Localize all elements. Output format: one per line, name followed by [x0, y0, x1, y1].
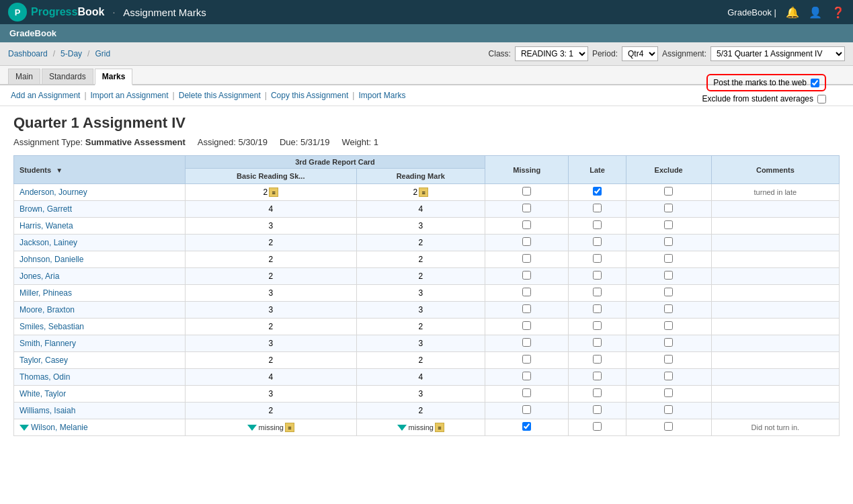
- student-name-link[interactable]: Jackson, Lainey: [19, 238, 77, 247]
- add-assignment-link[interactable]: Add an Assignment: [11, 91, 80, 100]
- exclude-checkbox[interactable]: [664, 388, 673, 397]
- late-checkbox-cell: [569, 352, 626, 369]
- comment-cell: [711, 352, 839, 369]
- missing-checkbox[interactable]: [522, 338, 531, 347]
- student-name-link[interactable]: Smith, Flannery: [19, 339, 76, 348]
- exclude-checkbox[interactable]: [664, 254, 673, 263]
- student-name-link[interactable]: Williams, Isaiah: [19, 406, 75, 415]
- exclude-checkbox[interactable]: [664, 187, 673, 196]
- missing-checkbox[interactable]: [522, 355, 531, 364]
- late-checkbox[interactable]: [593, 388, 602, 397]
- exclude-checkbox[interactable]: [664, 271, 673, 280]
- student-name-link[interactable]: Anderson, Journey: [19, 187, 87, 197]
- top-nav-right: GradeBook | 🔔 👤 ❓: [727, 6, 845, 19]
- missing-checkbox[interactable]: [522, 187, 531, 196]
- exclude-checkbox[interactable]: [817, 95, 826, 103]
- score-note-icon[interactable]: ≡: [435, 423, 444, 432]
- student-name-link[interactable]: Harris, Waneta: [19, 221, 73, 230]
- exclude-checkbox[interactable]: [664, 321, 673, 330]
- late-checkbox[interactable]: [593, 237, 602, 246]
- action-sep2: |: [173, 91, 175, 100]
- class-select[interactable]: READING 3: 1: [515, 46, 588, 61]
- student-name-link[interactable]: Jones, Aria: [19, 271, 59, 281]
- score-note-icon[interactable]: ≡: [269, 187, 278, 197]
- late-checkbox[interactable]: [593, 405, 602, 414]
- missing-checkbox[interactable]: [522, 321, 531, 330]
- user-icon[interactable]: 👤: [809, 6, 822, 19]
- missing-checkbox[interactable]: [522, 405, 531, 414]
- late-checkbox[interactable]: [593, 204, 602, 212]
- student-name-link[interactable]: White, Taylor: [19, 389, 66, 398]
- help-icon[interactable]: ❓: [831, 6, 845, 19]
- exclude-checkbox[interactable]: [664, 422, 673, 431]
- student-name-link[interactable]: Wilson, Melanie: [31, 423, 88, 432]
- exclude-checkbox[interactable]: [664, 288, 673, 296]
- import-assignment-link[interactable]: Import an Assignment: [91, 91, 169, 100]
- fiveday-link[interactable]: 5-Day: [60, 49, 82, 58]
- late-checkbox[interactable]: [593, 422, 602, 431]
- student-name-link[interactable]: Johnson, Danielle: [19, 255, 83, 264]
- tab-marks[interactable]: Marks: [95, 69, 133, 85]
- late-checkbox[interactable]: [593, 254, 602, 263]
- missing-checkbox[interactable]: [522, 204, 531, 212]
- reading-triangle-icon: [397, 425, 407, 431]
- exclude-checkbox[interactable]: [664, 338, 673, 347]
- student-name-link[interactable]: Miller, Phineas: [19, 288, 72, 298]
- late-checkbox[interactable]: [593, 304, 602, 313]
- sort-icon[interactable]: ▼: [56, 167, 63, 174]
- missing-checkbox[interactable]: [522, 288, 531, 296]
- filter-group: Class: READING 3: 1 Period: Qtr4 Assignm…: [489, 46, 845, 61]
- action-sep3: |: [265, 91, 267, 100]
- exclude-checkbox[interactable]: [664, 204, 673, 212]
- reading-mark-cell: 3: [356, 302, 485, 319]
- missing-checkbox[interactable]: [522, 254, 531, 263]
- late-checkbox[interactable]: [593, 372, 602, 380]
- exclude-checkbox[interactable]: [664, 220, 673, 229]
- exclude-checkbox[interactable]: [664, 355, 673, 364]
- late-checkbox[interactable]: [593, 355, 602, 364]
- reading-mark-cell: 4: [356, 201, 485, 218]
- reading-mark-cell: 2: [356, 403, 485, 419]
- period-label: Period:: [592, 49, 618, 58]
- missing-checkbox[interactable]: [522, 220, 531, 229]
- exclude-checkbox[interactable]: [664, 372, 673, 380]
- missing-checkbox[interactable]: [522, 422, 531, 431]
- late-checkbox[interactable]: [593, 271, 602, 280]
- late-checkbox-cell: [569, 268, 626, 285]
- score-note-icon[interactable]: ≡: [419, 187, 428, 197]
- missing-checkbox[interactable]: [522, 271, 531, 280]
- student-name-link[interactable]: Taylor, Casey: [19, 355, 68, 365]
- reading-mark-cell: 2: [356, 319, 485, 335]
- missing-checkbox[interactable]: [522, 304, 531, 313]
- student-name-link[interactable]: Smiles, Sebastian: [19, 322, 84, 331]
- tab-standards[interactable]: Standards: [42, 69, 93, 84]
- exclude-checkbox[interactable]: [664, 304, 673, 313]
- missing-checkbox[interactable]: [522, 237, 531, 246]
- class-label: Class:: [489, 49, 511, 58]
- bell-icon[interactable]: 🔔: [786, 6, 799, 19]
- late-checkbox[interactable]: [593, 321, 602, 330]
- tab-main[interactable]: Main: [8, 69, 40, 84]
- import-marks-link[interactable]: Import Marks: [358, 91, 405, 100]
- score-note-icon[interactable]: ≡: [285, 423, 294, 432]
- exclude-checkbox[interactable]: [664, 405, 673, 414]
- late-checkbox[interactable]: [593, 220, 602, 229]
- student-name-link[interactable]: Brown, Garrett: [19, 204, 72, 214]
- late-checkbox[interactable]: [593, 338, 602, 347]
- table-row: Moore, Braxton33: [14, 302, 840, 319]
- student-name-link[interactable]: Moore, Braxton: [19, 305, 75, 314]
- missing-checkbox[interactable]: [522, 388, 531, 397]
- reading-mark-cell: missing≡: [356, 419, 485, 436]
- missing-checkbox[interactable]: [522, 372, 531, 380]
- post-marks-checkbox[interactable]: [811, 79, 819, 87]
- copy-assignment-link[interactable]: Copy this Assignment: [271, 91, 348, 100]
- late-checkbox[interactable]: [593, 187, 602, 196]
- grid-link[interactable]: Grid: [95, 49, 110, 58]
- student-name-link[interactable]: Thomas, Odin: [19, 372, 70, 382]
- assignment-select[interactable]: 5/31 Quarter 1 Assignment IV: [710, 46, 845, 61]
- period-select[interactable]: Qtr4: [622, 46, 658, 61]
- late-checkbox[interactable]: [593, 288, 602, 296]
- delete-assignment-link[interactable]: Delete this Assignment: [179, 91, 261, 100]
- exclude-checkbox[interactable]: [664, 237, 673, 246]
- dashboard-link[interactable]: Dashboard: [8, 49, 48, 58]
